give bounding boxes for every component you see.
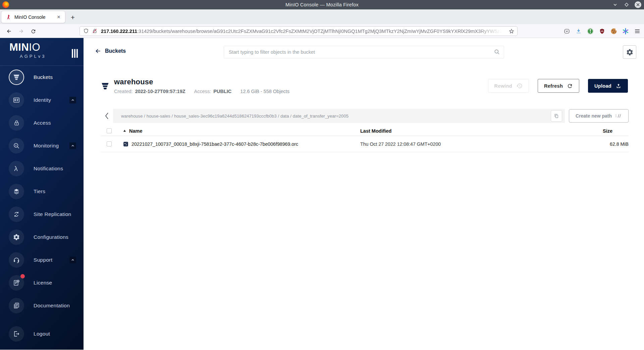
object-size: 62.8 MiB xyxy=(561,141,629,147)
row-checkbox[interactable] xyxy=(107,141,112,146)
layers-icon xyxy=(9,184,24,199)
back-to-buckets-link[interactable]: Buckets xyxy=(95,48,126,54)
tab-close-icon[interactable]: × xyxy=(56,13,62,20)
url-bar[interactable]: 217.160.222.211:31429/buckets/warehouse/… xyxy=(79,26,518,36)
shield-permissions-icon[interactable] xyxy=(83,28,89,34)
sidebar-item-label: Notifications xyxy=(34,166,63,172)
sidebar-item-logout[interactable]: Logout xyxy=(0,322,84,345)
url-text[interactable]: 217.160.222.211:31429/buckets/warehouse/… xyxy=(101,29,506,34)
cookie-extension-icon[interactable] xyxy=(610,28,617,35)
created-label: Created: xyxy=(114,89,133,94)
select-all-checkbox[interactable] xyxy=(107,128,112,133)
sidebar-item-label: Tiers xyxy=(34,188,45,194)
refresh-icon xyxy=(567,83,573,89)
new-tab-button[interactable]: + xyxy=(68,12,78,23)
sidebar-item-label: Buckets xyxy=(34,74,53,80)
minimize-icon[interactable] xyxy=(612,1,619,8)
chevron-up-icon[interactable] xyxy=(69,97,76,103)
copy-path-button[interactable] xyxy=(551,110,562,122)
sidebar-item-label: Site Replication xyxy=(34,211,71,217)
sidebar-item-notifications[interactable]: Notifications xyxy=(0,157,84,180)
upload-button[interactable]: Upload xyxy=(588,79,628,93)
tab-minio-console[interactable]: MinIO Console × xyxy=(1,11,65,23)
path-back-chevron[interactable] xyxy=(100,109,113,123)
create-new-path-button[interactable]: Create new path xyxy=(569,109,629,123)
sidebar-item-label: Configurations xyxy=(34,234,68,240)
menu-hamburger-icon[interactable] xyxy=(634,28,641,35)
sidebar-item-access[interactable]: Access xyxy=(0,112,84,134)
sidebar: MINIO AGPLv3 Buckets xyxy=(0,38,84,350)
pocket-icon[interactable] xyxy=(564,28,570,35)
rewind-label: Rewind xyxy=(494,83,512,89)
gear-icon xyxy=(626,48,634,56)
sidebar-item-label: Monitoring xyxy=(34,143,59,149)
upload-icon xyxy=(615,83,622,89)
breadcrumb-path[interactable]: warehouse / house-sales / house_sales-3e… xyxy=(121,114,348,119)
object-row[interactable]: 20221027_100737_00018_b8xji-7581bae2-377… xyxy=(101,136,629,152)
object-name: 20221027_100737_00018_b8xji-7581bae2-377… xyxy=(131,141,298,147)
column-header-name[interactable]: Name xyxy=(129,128,143,134)
sidebar-item-buckets[interactable]: Buckets xyxy=(0,66,84,89)
browser-toolbar: 217.160.222.211:31429/buckets/warehouse/… xyxy=(0,24,644,38)
maximize-icon[interactable] xyxy=(623,1,630,8)
bucket-name: warehouse xyxy=(114,78,289,86)
browser-back-icon[interactable] xyxy=(5,27,13,36)
sidebar-item-identity[interactable]: Identity xyxy=(0,89,84,112)
monitoring-search-icon xyxy=(9,138,24,154)
minio-favicon-icon xyxy=(6,14,11,20)
objects-table: Name Last Modified Size 20221027_100737_… xyxy=(101,126,629,152)
bucket-settings-button[interactable] xyxy=(623,45,636,59)
sort-ascending-icon[interactable] xyxy=(123,129,126,133)
minio-logo: MINIO xyxy=(9,41,40,53)
bucket-header: warehouse Created: 2022-10-27T09:57:19Z … xyxy=(101,78,628,94)
close-icon[interactable] xyxy=(635,1,641,8)
bucket-meta: Created: 2022-10-27T09:57:19Z Access: PU… xyxy=(114,89,289,94)
insecure-lock-icon[interactable] xyxy=(92,28,98,34)
logout-icon xyxy=(9,326,24,342)
bookmark-star-icon[interactable] xyxy=(508,28,515,34)
object-filter xyxy=(224,46,504,58)
license-icon xyxy=(9,275,24,291)
browser-reload-icon[interactable] xyxy=(29,27,38,36)
sidebar-item-site-replication[interactable]: Site Replication xyxy=(0,203,84,226)
tab-strip: MinIO Console × + xyxy=(0,9,644,24)
documentation-icon xyxy=(9,298,24,313)
browser-forward-icon[interactable] xyxy=(17,27,25,36)
rewind-clock-icon xyxy=(516,83,523,89)
license-alert-badge xyxy=(20,274,25,278)
chevron-up-icon[interactable] xyxy=(69,257,76,263)
sidebar-item-support[interactable]: Support xyxy=(0,249,84,271)
sidebar-item-configurations[interactable]: Configurations xyxy=(0,226,84,249)
column-header-size[interactable]: Size xyxy=(561,128,629,134)
downloads-icon[interactable] xyxy=(575,28,582,35)
window-title: MinIO Console — Mozilla Firefox xyxy=(0,2,644,7)
search-input[interactable] xyxy=(224,46,504,58)
sidebar-item-license[interactable]: License xyxy=(0,271,84,294)
ublock-origin-icon[interactable]: UO xyxy=(599,28,605,35)
sidebar-item-monitoring[interactable]: Monitoring xyxy=(0,134,84,157)
firefox-window: MinIO Console — Mozilla Firefox MinIO Co… xyxy=(0,0,644,350)
refresh-button[interactable]: Refresh xyxy=(538,79,579,93)
language-extension-icon[interactable] xyxy=(622,28,629,35)
created-value: 2022-10-27T09:57:19Z xyxy=(135,89,185,94)
refresh-label: Refresh xyxy=(544,83,563,89)
svg-text:UO: UO xyxy=(601,30,603,32)
search-icon xyxy=(494,49,500,55)
bucket-icon xyxy=(101,81,110,91)
privacy-extension-icon[interactable] xyxy=(587,28,594,35)
headset-icon xyxy=(9,252,24,268)
chevron-up-icon[interactable] xyxy=(69,142,76,149)
window-titlebar: MinIO Console — Mozilla Firefox xyxy=(0,0,644,9)
rewind-button[interactable]: Rewind xyxy=(488,79,529,93)
column-header-modified[interactable]: Last Modified xyxy=(360,128,561,134)
copy-icon xyxy=(554,113,559,119)
bucket-info: warehouse Created: 2022-10-27T09:57:19Z … xyxy=(114,78,289,94)
sidebar-item-documentation[interactable]: Documentation xyxy=(0,294,84,317)
tab-title: MinIO Console xyxy=(14,14,56,20)
lock-icon xyxy=(9,115,24,131)
sidebar-item-tiers[interactable]: Tiers xyxy=(0,180,84,203)
object-modified: Thu Oct 27 2022 12:08:47 GMT+0200 xyxy=(360,141,561,147)
arrow-left-icon xyxy=(95,48,101,54)
bucket-actions: Rewind Refresh Upload xyxy=(488,79,628,93)
sidebar-collapse-icon[interactable] xyxy=(72,49,78,58)
